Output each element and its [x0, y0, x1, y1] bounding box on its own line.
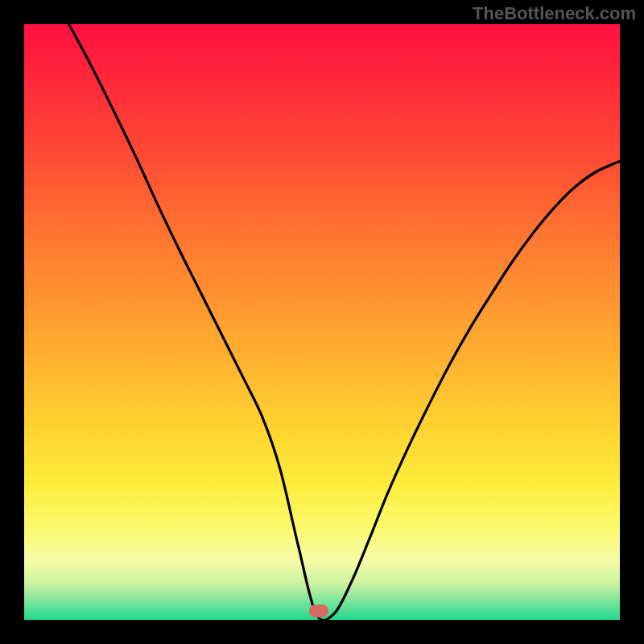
plot-area	[24, 24, 620, 620]
chart-frame: TheBottleneck.com	[0, 0, 644, 644]
optimum-marker	[309, 605, 328, 617]
bottleneck-curve	[69, 24, 621, 620]
curve-svg	[24, 24, 620, 620]
attribution-label: TheBottleneck.com	[473, 3, 636, 24]
